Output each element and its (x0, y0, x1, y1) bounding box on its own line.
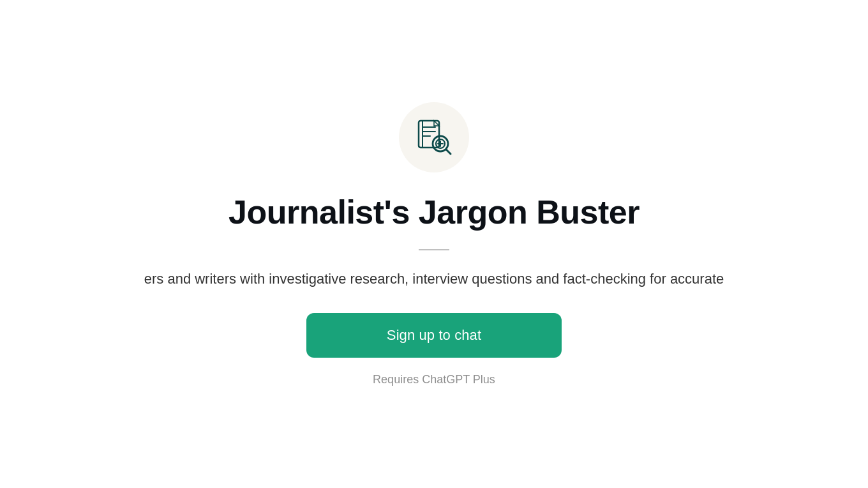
requires-label: Requires ChatGPT Plus (373, 373, 495, 386)
page-title: Journalist's Jargon Buster (228, 193, 640, 231)
title-divider (419, 249, 449, 250)
main-container: Journalist's Jargon Buster ers and write… (0, 77, 868, 412)
app-icon-wrapper (399, 102, 469, 172)
sign-up-button[interactable]: Sign up to chat (306, 313, 562, 358)
journalist-jargon-buster-icon (414, 117, 454, 158)
svg-line-7 (446, 149, 451, 154)
description-text: ers and writers with investigative resea… (0, 271, 868, 287)
